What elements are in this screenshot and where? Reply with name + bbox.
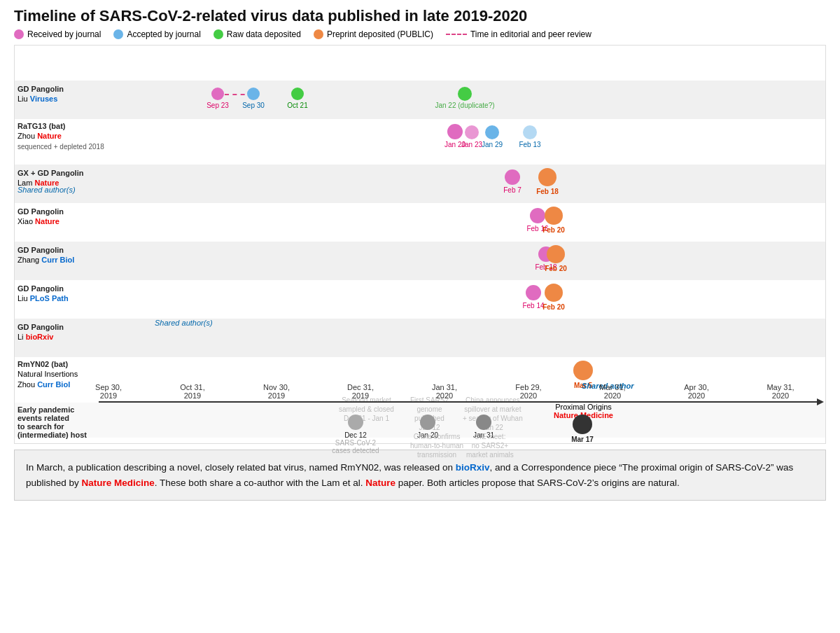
legend-preprint: Preprint deposited (PUBLIC) xyxy=(314,29,433,39)
circle-dec12 xyxy=(348,415,363,430)
date-feb14-liu: Feb 14 xyxy=(522,302,544,309)
circle-received-jan20-ratg13 xyxy=(447,124,463,139)
axis-label-oct31: Oct 31,2019 xyxy=(180,383,204,400)
axis-label-mar31: Mar 31,2020 xyxy=(599,383,625,400)
circle-received-feb7-lam xyxy=(505,169,520,185)
date-jan22-duplicate: Jan 22 (duplicate?) xyxy=(435,102,494,109)
row-label-xiao-nature: GD Pangolin Xiao Nature xyxy=(18,207,64,227)
axis-label-jan31: Jan 31,2020 xyxy=(432,383,457,400)
bottom-text-part1: In March, a publication describing a nov… xyxy=(26,462,456,473)
row-ratg13-bg xyxy=(15,119,825,165)
circle-rawdata-oct21 xyxy=(291,88,304,100)
row-li-biorxiv-bg xyxy=(15,319,825,357)
circle-published-feb20-zhang xyxy=(547,245,565,263)
timeline-axis xyxy=(99,401,818,403)
date-feb20-zhang: Feb 20 xyxy=(545,265,567,272)
bottom-text-part3: . These both share a co-author with the … xyxy=(155,478,365,488)
circle-published-mar5-rmyn02 xyxy=(573,361,593,380)
raw-data-dot xyxy=(214,29,223,39)
legend-raw-data: Raw data deposited xyxy=(214,29,301,39)
legend-accepted: Accepted by journal xyxy=(113,29,200,39)
row-zhang-currbiol-bg xyxy=(15,242,825,280)
received-dot xyxy=(14,29,24,39)
axis-arrow xyxy=(817,398,824,405)
row-label-ratg13: RaTG13 (bat) Zhou Nature sequenced + dep… xyxy=(18,121,104,151)
row-label-rmyn02: RmYN02 (bat) Natural Insertions Zhou Cur… xyxy=(18,359,78,389)
legend: Received by journal Accepted by journal … xyxy=(14,29,826,39)
axis-label-nov30: Nov 30,2019 xyxy=(263,383,290,400)
circle-jan20-pandemic xyxy=(420,415,435,430)
preprint-dot xyxy=(314,29,323,39)
accepted-dot xyxy=(113,29,123,39)
circle-published-feb20-xiao xyxy=(545,207,563,225)
date-oct21: Oct 21 xyxy=(287,102,307,109)
bottom-text-part4: paper. Both articles propose that SARS-C… xyxy=(396,478,680,488)
axis-label-sep30: Sep 30,2019 xyxy=(95,383,122,400)
circle-mar17 xyxy=(573,415,592,434)
nature-label: Nature xyxy=(365,478,396,488)
page-title: Timeline of SARS-CoV-2-related virus dat… xyxy=(14,7,826,25)
nature-medicine-label: Nature Medicine xyxy=(82,478,155,488)
row-xiao-nature-bg xyxy=(15,203,825,242)
circle-received-feb14-liu xyxy=(526,285,541,300)
date-feb20-liu: Feb 20 xyxy=(542,303,565,311)
circle-published-feb18-lam xyxy=(538,168,556,186)
axis-label-dec31: Dec 31,2019 xyxy=(347,383,374,400)
row-lam-nature-bg xyxy=(15,165,825,203)
date-feb18-lam: Feb 18 xyxy=(536,188,559,195)
circle-accepted-sep30 xyxy=(247,88,260,100)
row-gd-pangolin-viruses-bg xyxy=(15,81,825,119)
shared-author-label-left: Shared author(s) xyxy=(18,186,76,194)
row-label-liu-plos: GD Pangolin Liu PLoS Path xyxy=(18,284,69,304)
date-mar17: Mar 17 xyxy=(571,436,594,443)
circle-jan31-pandemic xyxy=(476,415,491,430)
event-oie: OIE meet:no SARS2+market animals xyxy=(466,432,514,459)
date-dec12: Dec 12SARS-CoV-2cases detected xyxy=(332,431,379,454)
circle-received-feb16-xiao xyxy=(530,208,545,223)
axis-label-may31: May 31,2020 xyxy=(766,383,794,400)
circle-accepted-jan29-ratg13 xyxy=(485,125,499,139)
circle-received-sep23 xyxy=(211,88,224,100)
row-label-zhang-currbiol: GD Pangolin Zhang Curr Biol xyxy=(18,245,74,265)
circle-published-feb13-ratg13 xyxy=(523,125,537,139)
circle-jan23-ratg13 xyxy=(465,125,479,139)
date-sep30: Sep 30 xyxy=(242,102,265,109)
date-jan29-ratg13: Jan 29 xyxy=(482,141,503,148)
date-feb7-lam: Feb 7 xyxy=(503,186,522,194)
editorial-line xyxy=(446,34,467,35)
pandemic-label: Early pandemicevents relatedto search fo… xyxy=(18,405,87,439)
main-container: Timeline of SARS-CoV-2-related virus dat… xyxy=(0,0,840,508)
row-label-gd-pangolin-viruses: GD Pangolin Liu Viruses xyxy=(18,84,64,104)
circle-published-feb20-liu xyxy=(545,284,563,302)
shared-author-label-right: Shared author(s) xyxy=(155,319,213,327)
date-jan23-ratg13: Jan 23 xyxy=(461,141,482,148)
axis-label-feb29: Feb 29,2020 xyxy=(515,383,541,400)
date-feb13-ratg13: Feb 13 xyxy=(519,141,540,148)
circle-published-jan22-viruses xyxy=(458,87,472,101)
row-liu-plos-bg xyxy=(15,280,825,319)
chart-area: GD Pangolin Liu Viruses Sep 23 Sep 30 Oc… xyxy=(14,45,826,444)
legend-editorial: Time in editorial and peer review xyxy=(446,29,592,39)
legend-received: Received by journal xyxy=(14,29,101,39)
date-sep23: Sep 23 xyxy=(206,102,229,109)
biorxiv-link[interactable]: bioRxiv xyxy=(456,462,490,473)
event-china-confirms: China confirmshuman-to-humantransmission xyxy=(410,432,463,459)
row-label-li-biorxiv: GD Pangolin Li bioRxiv xyxy=(18,322,64,342)
axis-label-apr30: Apr 30,2020 xyxy=(684,383,708,400)
date-feb20-xiao: Feb 20 xyxy=(542,226,565,234)
